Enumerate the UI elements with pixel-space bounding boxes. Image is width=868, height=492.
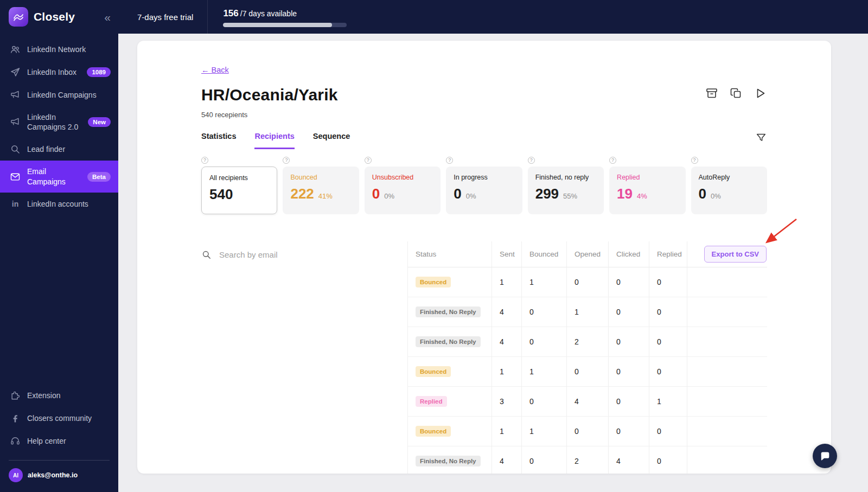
email-cell xyxy=(201,327,407,357)
sidebar-item-extension[interactable]: Extension xyxy=(0,384,118,407)
stat-card-bounced: ? Bounced 222 41% xyxy=(283,157,359,214)
sidebar-item-linkedin-campaigns[interactable]: LinkedIn Campaigns xyxy=(0,84,118,106)
sidebar-footer-nav: Extension Closers community Help center xyxy=(0,380,118,452)
mail-icon xyxy=(10,171,21,182)
search-icon xyxy=(10,144,21,155)
table-row[interactable]: Finished, No Reply 4 0 1 0 0 xyxy=(201,297,767,327)
back-link[interactable]: ← Back xyxy=(201,66,229,74)
tab-sequence[interactable]: Sequence xyxy=(313,132,350,149)
status-cell: Finished, No Reply xyxy=(407,446,492,474)
stat-value: 299 xyxy=(535,186,559,202)
help-icon[interactable]: ? xyxy=(528,157,535,164)
table-row[interactable]: Bounced 1 1 0 0 0 xyxy=(201,267,767,297)
page-title: HR/Oceania/Yarik xyxy=(201,86,338,104)
campaign-card: ← Back HR/Oceania/Yarik xyxy=(137,41,831,474)
sidebar-nav: LinkedIn Network LinkedIn Inbox 1089 Lin… xyxy=(0,34,118,215)
user-email: aleks@onthe.io xyxy=(28,471,78,479)
help-icon[interactable]: ? xyxy=(691,157,698,164)
sidebar-item-help-center[interactable]: Help center xyxy=(0,430,118,452)
column-header-bounced: Bounced xyxy=(521,241,566,267)
row-end-cell xyxy=(687,417,767,446)
column-header-sent: Sent xyxy=(492,241,521,267)
search-input[interactable] xyxy=(218,250,343,260)
row-end-cell xyxy=(687,327,767,357)
sidebar-item-email-campaigns[interactable]: Email Campaigns Beta xyxy=(0,161,118,192)
status-cell: Replied xyxy=(407,387,492,417)
table-row[interactable]: Replied 3 0 4 0 1 xyxy=(201,387,767,417)
row-end-cell xyxy=(687,357,767,387)
sidebar-item-label: LinkedIn Network xyxy=(27,44,111,54)
archive-icon[interactable] xyxy=(705,87,718,100)
recipients-table: Status Sent Bounced Opened Clicked Repli… xyxy=(201,241,767,474)
help-icon[interactable]: ? xyxy=(365,157,372,164)
stat-value: 19 xyxy=(617,186,633,202)
help-icon[interactable]: ? xyxy=(446,157,453,164)
opened-cell: 4 xyxy=(566,387,608,417)
table-row[interactable]: Bounced 1 1 0 0 0 xyxy=(201,357,767,387)
stat-card-all-recipients: ? All recipients 540 xyxy=(201,157,277,214)
nav-badge: Beta xyxy=(87,172,111,182)
email-cell xyxy=(201,297,407,327)
filter-icon[interactable] xyxy=(755,132,767,144)
sidebar-item-linkedin-accounts[interactable]: in LinkedIn accounts xyxy=(0,193,118,215)
sidebar-item-linkedin-campaigns-2-0[interactable]: LinkedIn Campaigns 2.0 New xyxy=(0,106,118,138)
stat-card[interactable]: Unsubscribed 0 0% xyxy=(365,167,441,214)
help-icon[interactable]: ? xyxy=(201,157,208,164)
sidebar-collapse-icon[interactable]: « xyxy=(104,11,111,23)
play-icon[interactable] xyxy=(754,87,767,100)
clicked-cell: 0 xyxy=(608,267,649,297)
people-icon xyxy=(10,44,21,55)
sidebar-item-linkedin-network[interactable]: LinkedIn Network xyxy=(0,38,118,61)
email-cell xyxy=(201,446,407,474)
stat-card[interactable]: Replied 19 4% xyxy=(609,167,685,214)
stat-value: 0 xyxy=(454,186,461,202)
sidebar-item-label: LinkedIn Campaigns 2.0 xyxy=(27,112,81,132)
stat-pct: 0% xyxy=(711,192,721,200)
stat-card[interactable]: In progress 0 0% xyxy=(446,167,522,214)
sidebar-item-label: Help center xyxy=(27,436,111,446)
bounced-cell: 0 xyxy=(521,387,566,417)
replied-cell: 0 xyxy=(649,357,687,387)
status-cell: Bounced xyxy=(407,417,492,446)
help-icon[interactable]: ? xyxy=(609,157,616,164)
stat-value: 0 xyxy=(699,186,706,202)
sidebar-item-label: Extension xyxy=(27,391,111,400)
sidebar-item-linkedin-inbox[interactable]: LinkedIn Inbox 1089 xyxy=(0,61,118,84)
sidebar-header: Closely « xyxy=(0,0,118,34)
clicked-cell: 0 xyxy=(608,297,649,327)
stat-card[interactable]: AutoReply 0 0% xyxy=(691,167,767,214)
table-row[interactable]: Bounced 1 1 0 0 0 xyxy=(201,417,767,446)
tab-statistics[interactable]: Statistics xyxy=(201,132,236,149)
status-cell: Finished, No Reply xyxy=(407,327,492,357)
table-row[interactable]: Finished, No Reply 4 0 2 0 0 xyxy=(201,327,767,357)
trial-days-block: 156/7 days available xyxy=(223,7,347,27)
sidebar-item-lead-finder[interactable]: Lead finder xyxy=(0,138,118,161)
stat-card[interactable]: Finished, no reply 299 55% xyxy=(528,167,604,214)
sidebar-item-label: Closers community xyxy=(27,413,111,423)
stats-row: ? All recipients 540 ? Bounced 222 41% ?… xyxy=(201,157,767,214)
help-icon[interactable]: ? xyxy=(283,157,290,164)
trial-progress-fill xyxy=(223,23,332,27)
copy-icon[interactable] xyxy=(730,87,743,100)
opened-cell: 0 xyxy=(566,417,608,446)
puzzle-icon xyxy=(10,390,21,401)
tab-recipients[interactable]: Recipients xyxy=(254,132,294,149)
row-end-cell xyxy=(687,387,767,417)
table-body: Bounced 1 1 0 0 0 Finished, No Reply 4 0… xyxy=(201,267,767,474)
email-cell xyxy=(201,387,407,417)
stat-card[interactable]: Bounced 222 41% xyxy=(283,167,359,214)
table-row[interactable]: Finished, No Reply 4 0 2 4 0 xyxy=(201,446,767,474)
status-cell: Bounced xyxy=(407,267,492,297)
clicked-cell: 0 xyxy=(608,357,649,387)
trial-progress-bar xyxy=(223,23,347,27)
sidebar-item-closers-community[interactable]: Closers community xyxy=(0,407,118,430)
status-badge: Finished, No Reply xyxy=(416,336,481,347)
trial-days-count: 156 xyxy=(223,8,238,18)
app-logo-text: Closely xyxy=(34,10,75,23)
search-box xyxy=(201,250,343,260)
export-to-csv-button[interactable]: Export to CSV xyxy=(704,246,767,263)
user-account-row[interactable]: Al aleks@onthe.io xyxy=(0,466,118,492)
status-badge: Finished, No Reply xyxy=(416,306,481,317)
chat-widget-button[interactable] xyxy=(813,444,837,468)
stat-card[interactable]: All recipients 540 xyxy=(201,167,277,214)
